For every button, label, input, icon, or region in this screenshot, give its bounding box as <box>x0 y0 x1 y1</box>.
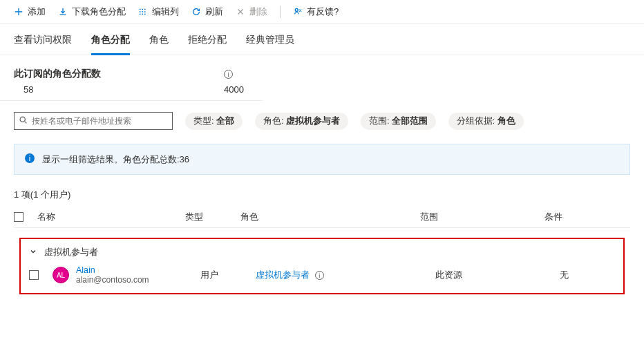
filter-bar: 类型: 全部 角色: 虚拟机参与者 范围: 全部范围 分组依据: 角色 <box>0 101 644 141</box>
user-cell[interactable]: AL Alain alain@contoso.com <box>53 265 200 285</box>
info-icon[interactable]: i <box>315 271 324 280</box>
chevron-down-icon <box>29 247 37 258</box>
col-name[interactable]: 名称 <box>37 211 185 223</box>
edit-columns-label: 编辑列 <box>152 6 179 18</box>
info-banner: i 显示一组筛选结果。角色分配总数:36 <box>14 144 630 175</box>
tab-role-assignments[interactable]: 角色分配 <box>91 34 130 55</box>
cell-role: 虚拟机参与者 i <box>256 269 435 281</box>
info-icon[interactable]: i <box>224 70 233 79</box>
info-icon: i <box>24 153 35 166</box>
role-count-header: 此订阅的角色分配数 i <box>0 55 644 84</box>
group-title: 虚拟机参与者 <box>44 246 98 258</box>
delete-label: 删除 <box>249 6 267 18</box>
cell-type: 用户 <box>200 269 256 281</box>
col-scope[interactable]: 范围 <box>420 211 544 223</box>
col-type[interactable]: 类型 <box>185 211 240 223</box>
col-condition[interactable]: 条件 <box>544 211 630 223</box>
tab-roles[interactable]: 角色 <box>149 34 169 55</box>
cell-scope: 此资源 <box>435 269 560 281</box>
delete-button: 删除 <box>236 6 267 18</box>
row-checkbox[interactable] <box>29 270 39 280</box>
role-count-current: 58 <box>23 84 224 95</box>
cell-condition: 无 <box>560 269 615 281</box>
feedback-label: 有反馈? <box>307 6 339 18</box>
add-button[interactable]: 添加 <box>14 6 46 18</box>
role-count-max: 4000 <box>224 84 244 95</box>
highlighted-group: 虚拟机参与者 AL Alain alain@contoso.com 用户 虚拟机… <box>19 238 625 294</box>
select-all-checkbox[interactable] <box>14 212 23 222</box>
feedback-icon <box>293 7 303 17</box>
role-count-label: 此订阅的角色分配数 <box>14 68 221 80</box>
refresh-icon <box>191 7 201 17</box>
group-header[interactable]: 虚拟机参与者 <box>25 243 619 261</box>
result-summary: 1 项(1 个用户) <box>0 186 644 207</box>
tab-deny-assignments[interactable]: 拒绝分配 <box>188 34 227 55</box>
svg-point-1 <box>20 117 25 122</box>
filter-role[interactable]: 角色: 虚拟机参与者 <box>255 113 348 130</box>
filter-scope[interactable]: 范围: 全部范围 <box>361 113 436 130</box>
table: 名称 类型 角色 范围 条件 虚拟机参与者 AL Alain alain@con… <box>0 207 644 294</box>
col-role[interactable]: 角色 <box>240 211 420 223</box>
search-input[interactable] <box>32 116 168 126</box>
avatar: AL <box>53 267 69 283</box>
separator <box>280 6 281 18</box>
download-label: 下载角色分配 <box>72 6 126 18</box>
filter-type[interactable]: 类型: 全部 <box>185 113 243 130</box>
svg-text:i: i <box>29 154 30 162</box>
edit-columns-button[interactable]: 编辑列 <box>138 6 179 18</box>
tab-access[interactable]: 查看访问权限 <box>14 34 72 55</box>
feedback-button[interactable]: 有反馈? <box>293 6 339 18</box>
command-bar: 添加 下载角色分配 编辑列 刷新 删除 有反馈? <box>0 0 644 24</box>
tab-classic-admins[interactable]: 经典管理员 <box>246 34 294 55</box>
table-row[interactable]: AL Alain alain@contoso.com 用户 虚拟机参与者 i 此… <box>25 261 619 289</box>
download-icon <box>58 7 68 17</box>
role-count-values: 58 4000 <box>0 84 263 101</box>
svg-point-0 <box>295 8 298 11</box>
add-label: 添加 <box>28 6 46 18</box>
refresh-button[interactable]: 刷新 <box>191 6 223 18</box>
download-button[interactable]: 下载角色分配 <box>58 6 126 18</box>
role-link[interactable]: 虚拟机参与者 <box>256 269 310 280</box>
table-header: 名称 类型 角色 范围 条件 <box>14 207 630 228</box>
banner-text: 显示一组筛选结果。角色分配总数:36 <box>42 153 189 166</box>
search-icon <box>19 115 28 126</box>
plus-icon <box>14 7 23 17</box>
filter-groupby[interactable]: 分组依据: 角色 <box>448 113 524 130</box>
user-name: Alain <box>76 265 149 275</box>
user-email: alain@contoso.com <box>76 275 149 285</box>
delete-icon <box>236 7 245 17</box>
tabs: 查看访问权限 角色分配 角色 拒绝分配 经典管理员 <box>0 24 644 55</box>
columns-icon <box>138 7 148 17</box>
search-input-wrapper[interactable] <box>14 112 173 130</box>
refresh-label: 刷新 <box>205 6 223 18</box>
